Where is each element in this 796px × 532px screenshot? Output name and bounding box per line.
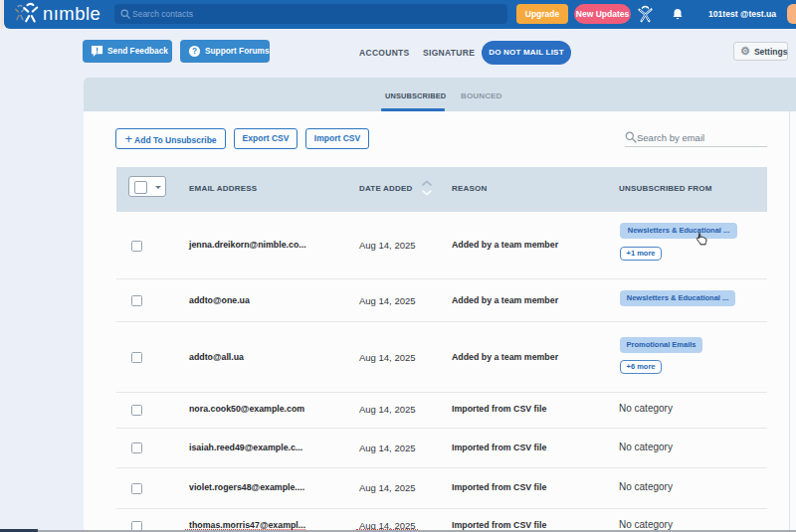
svg-text:?: ? — [192, 46, 197, 56]
